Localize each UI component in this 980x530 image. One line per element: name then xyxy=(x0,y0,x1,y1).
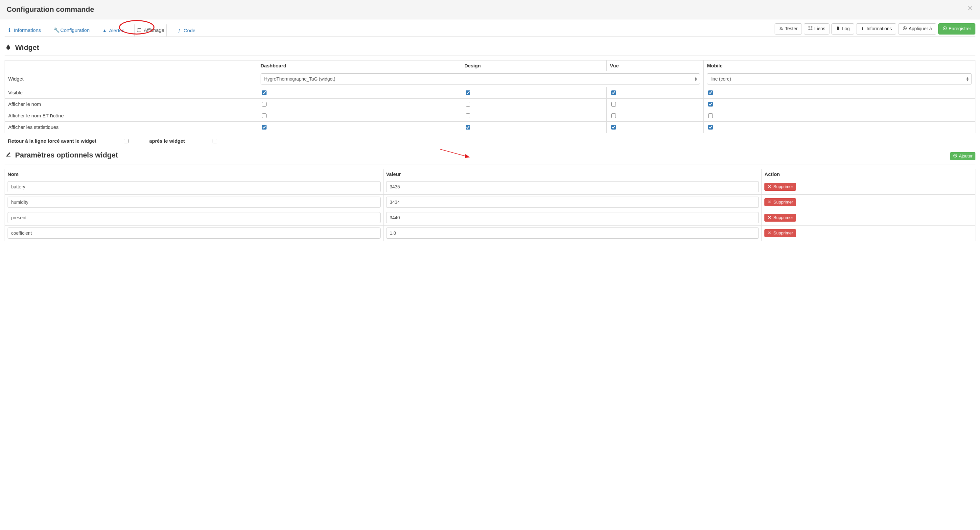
visible-design-checkbox[interactable] xyxy=(466,91,470,95)
tab-affichage[interactable]: 🖵 Affichage xyxy=(134,24,166,37)
param-value-input[interactable] xyxy=(386,212,759,223)
tab-configuration[interactable]: 🔧 Configuration xyxy=(51,24,92,37)
plus-circle-icon xyxy=(902,25,907,32)
nom-mobile-checkbox[interactable] xyxy=(708,102,713,107)
info-circle-icon: ℹ xyxy=(7,27,12,33)
supprimer-button[interactable]: ✕ Supprimer xyxy=(764,229,796,237)
afficher-stats-row: Afficher les statistiques xyxy=(5,121,975,133)
param-name-input[interactable] xyxy=(8,197,380,208)
col-header-design: Design xyxy=(461,60,606,71)
visible-row: Visible xyxy=(5,87,975,98)
edit-icon xyxy=(5,151,12,159)
informations-button[interactable]: i Informations xyxy=(856,23,896,35)
rss-icon xyxy=(779,25,783,32)
linebreak-before-checkbox[interactable] xyxy=(124,139,129,143)
visible-mobile-checkbox[interactable] xyxy=(708,91,713,95)
col-header-name: Nom xyxy=(5,169,383,179)
widget-section-title: Widget xyxy=(5,43,975,52)
code-icon: ƒ xyxy=(177,28,182,33)
info-icon: i xyxy=(861,25,865,32)
linebreak-row: Retour à la ligne forcé avant le widget … xyxy=(5,133,975,144)
tester-button[interactable]: Tester xyxy=(775,23,802,35)
file-icon xyxy=(836,25,840,32)
params-section-title: Paramètres optionnels widget xyxy=(5,151,118,159)
liens-button[interactable]: Liens xyxy=(804,23,829,35)
tab-informations[interactable]: ℹ Informations xyxy=(5,24,43,37)
tab-label: Alertes xyxy=(109,28,124,33)
param-name-input[interactable] xyxy=(8,181,380,193)
action-toolbar: Tester Liens Log i Informations Applique… xyxy=(775,23,975,37)
stats-mobile-checkbox[interactable] xyxy=(708,125,713,129)
close-icon[interactable]: × xyxy=(966,3,975,13)
log-button[interactable]: Log xyxy=(832,23,854,35)
nomicone-dashboard-checkbox[interactable] xyxy=(262,113,267,118)
supprimer-button[interactable]: ✕ Supprimer xyxy=(764,198,796,206)
col-header-mobile: Mobile xyxy=(704,60,975,71)
times-icon: ✕ xyxy=(767,184,772,190)
row-label: Visible xyxy=(5,87,257,98)
supprimer-button[interactable]: ✕ Supprimer xyxy=(764,214,796,221)
param-value-input[interactable] xyxy=(386,228,759,239)
svg-rect-2 xyxy=(809,29,810,30)
stats-vue-checkbox[interactable] xyxy=(611,125,616,129)
nom-vue-checkbox[interactable] xyxy=(611,102,616,107)
section-title-text: Widget xyxy=(15,43,39,52)
tab-label: Informations xyxy=(14,27,41,33)
stats-design-checkbox[interactable] xyxy=(466,125,470,129)
supprimer-button[interactable]: ✕ Supprimer xyxy=(764,183,796,191)
check-circle-icon xyxy=(943,25,947,32)
param-value-input[interactable] xyxy=(386,197,759,208)
button-label: Informations xyxy=(867,25,892,32)
divider xyxy=(5,55,975,56)
visible-dashboard-checkbox[interactable] xyxy=(262,91,267,95)
table-row: ✕ Supprimer xyxy=(5,194,975,210)
linebreak-before-label: Retour à la ligne forcé avant le widget xyxy=(8,138,96,144)
button-label: Enregistrer xyxy=(949,25,971,32)
nom-dashboard-checkbox[interactable] xyxy=(262,102,267,107)
row-label: Afficher les statistiques xyxy=(5,121,257,133)
button-label: Liens xyxy=(815,25,825,32)
nomicone-vue-checkbox[interactable] xyxy=(611,113,616,118)
svg-rect-1 xyxy=(811,27,812,27)
divider xyxy=(5,164,975,164)
tab-alertes[interactable]: ▲ Alertes xyxy=(100,24,127,37)
widget-dashboard-select[interactable]: HygroThermographe_TaG (widget) xyxy=(261,73,700,84)
button-label: Supprimer xyxy=(773,199,793,205)
section-title-text: Paramètres optionnels widget xyxy=(15,151,118,159)
stats-dashboard-checkbox[interactable] xyxy=(262,125,267,129)
row-label: Afficher le nom xyxy=(5,98,257,110)
param-name-input[interactable] xyxy=(8,212,380,223)
col-header-dashboard: Dashboard xyxy=(257,60,461,71)
param-value-input[interactable] xyxy=(386,181,759,193)
ajouter-button[interactable]: Ajouter xyxy=(950,152,975,160)
button-label: Appliquer à xyxy=(909,25,932,32)
row-label: Afficher le nom ET l'icône xyxy=(5,110,257,121)
linebreak-after-checkbox[interactable] xyxy=(213,139,217,143)
topbar: ℹ Informations 🔧 Configuration ▲ Alertes… xyxy=(5,23,975,37)
times-icon: ✕ xyxy=(767,215,772,221)
nomicone-design-checkbox[interactable] xyxy=(466,113,470,118)
svg-rect-3 xyxy=(811,29,812,30)
afficher-nom-row: Afficher le nom xyxy=(5,98,975,110)
tab-label: Affichage xyxy=(144,27,164,33)
nom-design-checkbox[interactable] xyxy=(466,102,470,107)
widget-row: Widget HygroThermographe_TaG (widget) ▲▼… xyxy=(5,71,975,87)
plus-circle-icon xyxy=(953,153,957,159)
row-label: Widget xyxy=(5,71,257,87)
enregistrer-button[interactable]: Enregistrer xyxy=(938,23,975,35)
tint-icon xyxy=(5,43,12,52)
modal-header: Configuration commande × xyxy=(0,0,980,19)
desktop-icon: 🖵 xyxy=(137,27,142,33)
nav-tabs: ℹ Informations 🔧 Configuration ▲ Alertes… xyxy=(5,24,198,36)
times-icon: ✕ xyxy=(767,230,772,236)
afficher-nom-icone-row: Afficher le nom ET l'icône xyxy=(5,110,975,121)
visible-vue-checkbox[interactable] xyxy=(611,91,616,95)
object-group-icon xyxy=(808,25,813,32)
table-row: ✕ Supprimer xyxy=(5,225,975,241)
widget-mobile-select[interactable]: line (core) xyxy=(707,73,972,84)
tab-code[interactable]: ƒ Code xyxy=(175,24,198,37)
appliquer-button[interactable]: Appliquer à xyxy=(898,23,936,35)
nomicone-mobile-checkbox[interactable] xyxy=(708,113,713,118)
param-name-input[interactable] xyxy=(8,228,380,239)
button-label: Ajouter xyxy=(959,153,972,159)
